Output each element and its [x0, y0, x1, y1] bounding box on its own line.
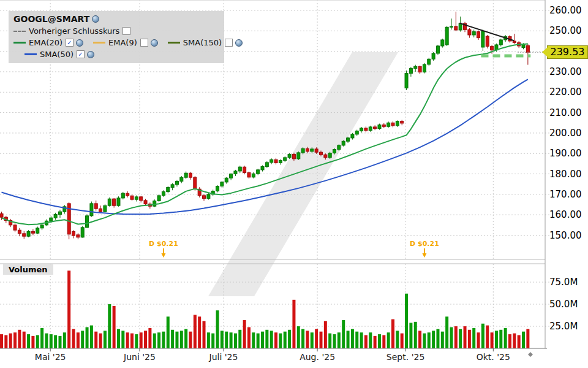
legend-label-ema20: EMA(20): [29, 38, 62, 47]
volume-bar: [477, 332, 480, 348]
candle: [126, 193, 129, 196]
candle: [184, 173, 187, 177]
candle: [175, 182, 178, 185]
candle: [472, 32, 475, 35]
volume-bar: [54, 335, 57, 348]
price-axis-tick: 190.00: [549, 148, 582, 159]
volume-bar: [409, 323, 412, 348]
scroll-right-diamond-icon[interactable]: [528, 352, 533, 357]
candle: [108, 199, 111, 205]
volume-bar: [194, 315, 197, 348]
month-axis-tick: Aug. '25: [300, 352, 335, 362]
volume-bar: [157, 332, 160, 348]
globe-icon[interactable]: [87, 51, 94, 58]
volume-bar: [225, 332, 228, 348]
volume-bar: [18, 330, 21, 348]
ema9-line-swatch: [93, 42, 105, 44]
candle: [347, 138, 350, 141]
candle: [279, 161, 282, 163]
price-axis-tick: 160.00: [549, 209, 582, 220]
ema20-checkbox[interactable]: ✓: [66, 39, 74, 47]
volume-bar: [360, 332, 363, 348]
volume-bar: [481, 324, 484, 348]
legend-label-sma150: SMA(150): [183, 38, 222, 47]
candle: [409, 69, 412, 74]
candle: [355, 131, 358, 134]
volume-bar: [81, 331, 84, 348]
volume-bar: [265, 330, 268, 348]
volume-bar: [459, 329, 462, 348]
price-axis-tick: 260.00: [549, 5, 582, 16]
volume-bar: [135, 334, 138, 348]
volume-bar: [351, 329, 354, 348]
volume-bar: [148, 328, 151, 348]
volume-bar: [454, 326, 458, 348]
volume-bar: [252, 332, 255, 348]
candle: [238, 167, 241, 171]
candle: [513, 41, 516, 43]
volume-bar: [211, 334, 214, 348]
globe-icon[interactable]: [151, 39, 158, 47]
candle: [405, 74, 408, 88]
price-axis-tick: 210.00: [549, 107, 582, 118]
dividend-down-arrow-icon: [161, 253, 165, 258]
volume-bar: [4, 335, 7, 348]
candle: [221, 182, 224, 186]
candle: [130, 196, 134, 199]
candle: [194, 177, 197, 189]
volume-bar: [99, 334, 102, 348]
volume-bar: [67, 270, 70, 348]
volume-bar: [414, 322, 417, 348]
candle: [387, 123, 390, 126]
volume-bar: [342, 320, 345, 348]
volume-bar: [94, 332, 97, 348]
volume-bar: [113, 306, 116, 348]
volume-bar: [374, 336, 377, 348]
candle: [324, 155, 327, 158]
volume-bar: [306, 331, 309, 348]
sma50-checkbox[interactable]: ✓: [77, 50, 85, 58]
candle: [432, 53, 435, 59]
candle: [374, 127, 377, 129]
candle: [90, 204, 93, 216]
volume-bar: [117, 329, 120, 348]
candle: [207, 194, 210, 199]
volume-bar: [171, 330, 174, 348]
candle: [58, 212, 61, 214]
volume-bar: [450, 327, 453, 348]
volume-bar: [31, 336, 34, 348]
dividend-down-arrow-icon: [422, 253, 426, 258]
volume-bar: [369, 332, 372, 348]
volume-bar: [311, 332, 314, 348]
volume-bar: [63, 332, 66, 348]
candle: [121, 193, 124, 198]
candle: [364, 128, 368, 131]
globe-icon[interactable]: [76, 39, 83, 47]
globe-icon[interactable]: [92, 15, 99, 23]
ema9-checkbox[interactable]: [140, 39, 148, 47]
volume-bar: [198, 316, 201, 348]
price-axis-tick: 150.00: [549, 230, 582, 241]
volume-bar: [261, 332, 264, 348]
volume-bar: [508, 334, 511, 348]
candle: [243, 167, 246, 172]
volume-bar: [468, 330, 471, 348]
price-axis-tick: 200.00: [549, 128, 582, 139]
candle: [40, 225, 43, 228]
prev-close-checkbox[interactable]: [123, 27, 130, 35]
sma150-checkbox[interactable]: [225, 39, 233, 47]
candle: [81, 228, 84, 237]
volume-bar: [378, 334, 381, 348]
candle: [104, 205, 107, 212]
globe-icon[interactable]: [235, 39, 243, 47]
candle: [436, 46, 439, 53]
candle: [18, 230, 21, 234]
volume-bar: [526, 329, 529, 348]
volume-bar: [140, 332, 143, 348]
candle: [486, 36, 489, 47]
month-axis-tick: Sept. '25: [386, 352, 424, 362]
price-axis-tick: 230.00: [549, 66, 582, 77]
volume-bar: [238, 330, 241, 348]
candle: [140, 197, 143, 201]
month-axis-tick: Juli '25: [209, 352, 238, 362]
